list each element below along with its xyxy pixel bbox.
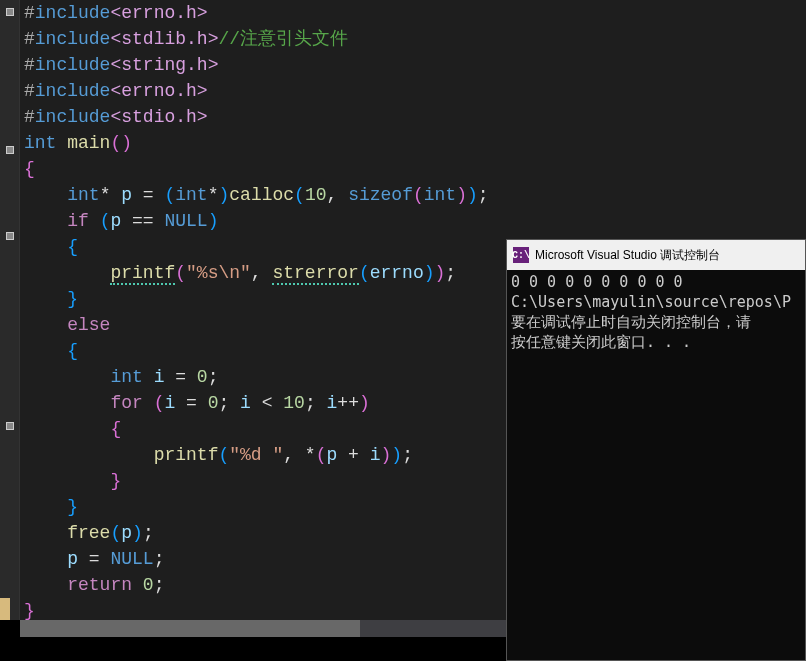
token-id: p — [67, 549, 78, 569]
token-id: i — [327, 393, 338, 413]
token-id: i — [164, 393, 175, 413]
token-paren: { — [110, 419, 121, 439]
token-op: + — [337, 445, 369, 465]
token-op: ; — [478, 185, 489, 205]
token-paren: } — [24, 601, 35, 621]
token-paren: ) — [435, 263, 446, 283]
token-pp: # — [24, 29, 35, 49]
vs-icon: C:\ — [513, 247, 529, 263]
token-id: p — [326, 445, 337, 465]
token-op: = — [78, 549, 110, 569]
token-inc: include — [35, 3, 111, 23]
fold-toggle-icon[interactable] — [6, 146, 14, 154]
token-op: ; — [402, 445, 413, 465]
token-kw: int — [424, 185, 456, 205]
token-num: 0 — [197, 367, 208, 387]
code-line[interactable]: #include<string.h> — [24, 52, 806, 78]
token-id: p — [121, 523, 132, 543]
debug-console-window[interactable]: C:\ Microsoft Visual Studio 调试控制台 0 0 0 … — [506, 239, 806, 661]
token-kwv: return — [67, 575, 143, 595]
token-op: , — [327, 185, 349, 205]
token-op: * — [100, 185, 122, 205]
token-paren: ( — [154, 393, 165, 413]
token-paren2: ( — [164, 185, 175, 205]
code-line[interactable]: int* p = (int*)calloc(10, sizeof(int)); — [24, 182, 806, 208]
token-kwv: for — [110, 393, 153, 413]
token-fn: strerror — [272, 263, 358, 285]
current-line-marker — [0, 598, 10, 620]
token-op: = — [164, 367, 196, 387]
token-paren2: ) — [467, 185, 478, 205]
token-paren: ( — [175, 263, 186, 283]
token-op: = — [175, 393, 207, 413]
token-kw: int — [67, 185, 99, 205]
console-title: Microsoft Visual Studio 调试控制台 — [535, 247, 720, 264]
code-line[interactable]: #include<errno.h> — [24, 78, 806, 104]
token-op: ; — [208, 367, 219, 387]
token-kw: int — [24, 133, 67, 153]
token-op: ; — [218, 393, 240, 413]
token-op: == — [121, 211, 164, 231]
token-paren: ) — [456, 185, 467, 205]
fold-toggle-icon[interactable] — [6, 8, 14, 16]
token-fn: main — [67, 133, 110, 153]
token-hdr: <stdio.h> — [110, 107, 207, 127]
token-paren: () — [110, 133, 132, 153]
token-paren: ( — [413, 185, 424, 205]
token-num: 10 — [283, 393, 305, 413]
code-line[interactable]: int main() — [24, 130, 806, 156]
token-paren2: ( — [359, 263, 370, 283]
token-op: , * — [283, 445, 315, 465]
token-paren2: ) — [208, 211, 219, 231]
code-line[interactable]: if (p == NULL) — [24, 208, 806, 234]
token-inc: include — [35, 29, 111, 49]
token-op: ; — [154, 549, 165, 569]
token-inc: include — [35, 107, 111, 127]
fold-toggle-icon[interactable] — [6, 422, 14, 430]
scroll-thumb[interactable] — [20, 620, 360, 637]
fold-toggle-icon[interactable] — [6, 232, 14, 240]
token-paren2: ( — [100, 211, 111, 231]
code-line[interactable]: #include<stdio.h> — [24, 104, 806, 130]
token-pp: # — [24, 55, 35, 75]
token-fn: printf — [154, 445, 219, 465]
code-line[interactable]: #include<errno.h> — [24, 0, 806, 26]
token-hdr: <errno.h> — [110, 3, 207, 23]
token-op: * — [208, 185, 219, 205]
token-paren2: ( — [218, 445, 229, 465]
gutter[interactable] — [0, 0, 20, 620]
token-inc: include — [35, 55, 111, 75]
token-num: 0 — [143, 575, 154, 595]
token-op: ; — [445, 263, 456, 283]
token-kw: sizeof — [348, 185, 413, 205]
token-paren: ( — [316, 445, 327, 465]
token-hdr: <errno.h> — [110, 81, 207, 101]
token-kw: int — [110, 367, 153, 387]
token-num: 10 — [305, 185, 327, 205]
token-id: i — [240, 393, 251, 413]
token-str: "%d " — [229, 445, 283, 465]
token-kw: int — [175, 185, 207, 205]
token-paren2: { — [67, 341, 78, 361]
token-num: 0 — [208, 393, 219, 413]
token-hdr: <string.h> — [110, 55, 218, 75]
token-fn: free — [67, 523, 110, 543]
token-op: ; — [154, 575, 165, 595]
token-inc: include — [35, 81, 111, 101]
console-output: 0 0 0 0 0 0 0 0 0 0 C:\Users\mayulin\sou… — [507, 270, 805, 354]
token-fn: calloc — [229, 185, 294, 205]
token-id: errno — [370, 263, 424, 283]
token-op: ; — [143, 523, 154, 543]
token-paren: { — [24, 159, 35, 179]
token-kwv: if — [67, 211, 99, 231]
token-paren2: { — [67, 237, 78, 257]
token-op: ; — [305, 393, 327, 413]
token-str: "%s\n" — [186, 263, 251, 283]
token-cmt: //注意引头文件 — [218, 29, 348, 49]
token-pp: # — [24, 3, 35, 23]
code-line[interactable]: { — [24, 156, 806, 182]
console-titlebar[interactable]: C:\ Microsoft Visual Studio 调试控制台 — [507, 240, 805, 270]
token-paren2: ) — [218, 185, 229, 205]
code-line[interactable]: #include<stdlib.h>//注意引头文件 — [24, 26, 806, 52]
token-fn: printf — [110, 263, 175, 285]
